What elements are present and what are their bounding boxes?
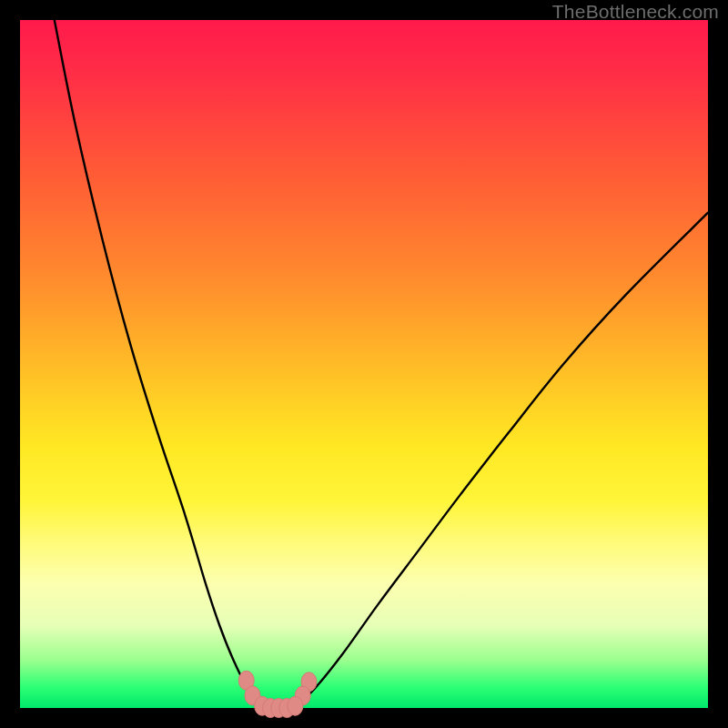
outer-frame: TheBottleneck.com	[0, 0, 728, 728]
plot-area	[20, 20, 708, 708]
bottleneck-curve	[55, 20, 708, 708]
curve-group	[55, 20, 708, 708]
chart-svg	[20, 20, 708, 708]
attribution-text: TheBottleneck.com	[552, 1, 719, 23]
marker-group	[238, 671, 317, 717]
marker-bottom-e	[288, 696, 303, 715]
